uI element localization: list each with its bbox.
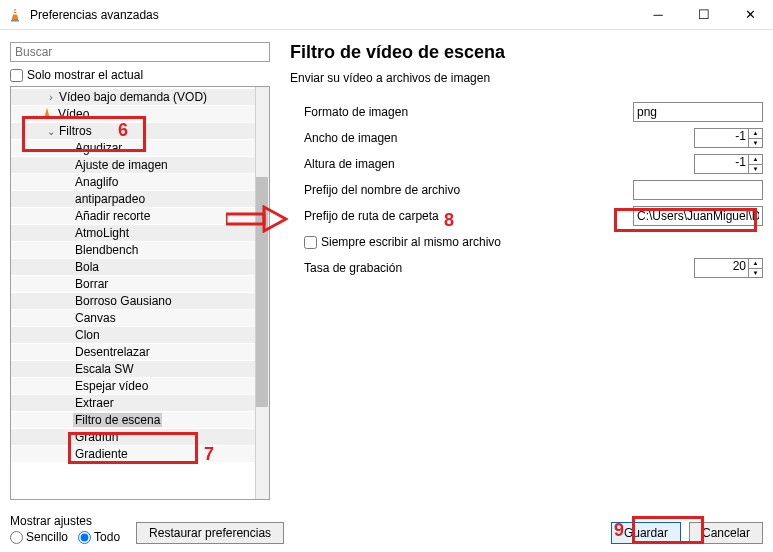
path-input[interactable] — [633, 206, 763, 226]
fname-input[interactable] — [633, 180, 763, 200]
window-title: Preferencias avanzadas — [30, 8, 635, 22]
radio-simple[interactable]: Sencillo — [10, 530, 68, 544]
tree-item[interactable]: Filtro de escena — [11, 412, 269, 429]
svg-rect-2 — [14, 10, 17, 11]
save-button[interactable]: Guardar — [611, 522, 681, 544]
always-label: Siempre escribir al mismo archivo — [321, 235, 501, 249]
panel-subheading: Enviar su vídeo a archivos de imagen — [290, 71, 763, 85]
tree-item[interactable]: ⌄Vídeo — [11, 106, 269, 123]
tree-item[interactable]: ⌄Filtros — [11, 123, 269, 140]
height-input[interactable]: -1 — [694, 154, 749, 174]
tree-item-label: Filtros — [57, 124, 92, 138]
search-input[interactable] — [10, 42, 270, 62]
cancel-button[interactable]: Cancelar — [689, 522, 763, 544]
tree-item[interactable]: Bola — [11, 259, 269, 276]
tree-item[interactable]: AtmoLight — [11, 225, 269, 242]
tree-item-label: Gradiente — [73, 447, 128, 461]
tree-item-label: antiparpadeo — [73, 192, 145, 206]
path-label: Prefijo de ruta de carpeta — [304, 209, 633, 223]
tree-item[interactable]: Canvas — [11, 310, 269, 327]
rate-spinner[interactable]: ▲▼ — [749, 258, 763, 278]
fname-label: Prefijo del nombre de archivo — [304, 183, 633, 197]
svg-rect-5 — [44, 117, 51, 118]
maximize-button[interactable]: ☐ — [681, 0, 727, 30]
svg-marker-4 — [44, 107, 49, 116]
height-spinner[interactable]: ▲▼ — [749, 154, 763, 174]
tree-item[interactable]: Borroso Gausiano — [11, 293, 269, 310]
show-settings-label: Mostrar ajustes — [10, 514, 126, 528]
reset-button[interactable]: Restaurar preferencias — [136, 522, 284, 544]
svg-rect-3 — [11, 20, 19, 22]
width-label: Ancho de imagen — [304, 131, 694, 145]
svg-rect-1 — [13, 13, 17, 15]
tree-item[interactable]: Anaglifo — [11, 174, 269, 191]
tree-item[interactable]: Desentrelazar — [11, 344, 269, 361]
tree-item[interactable]: Ajuste de imagen — [11, 157, 269, 174]
width-input[interactable]: -1 — [694, 128, 749, 148]
tree-item-label: Anaglifo — [73, 175, 118, 189]
tree-item[interactable]: Clon — [11, 327, 269, 344]
always-checkbox[interactable] — [304, 236, 317, 249]
tree-item-label: Vídeo — [56, 107, 89, 121]
tree-item-label: Clon — [73, 328, 100, 342]
height-label: Altura de imagen — [304, 157, 694, 171]
tree-item[interactable]: antiparpadeo — [11, 191, 269, 208]
width-spinner[interactable]: ▲▼ — [749, 128, 763, 148]
tree-item[interactable]: Agudizar — [11, 140, 269, 157]
format-input[interactable] — [633, 102, 763, 122]
vlc-icon — [41, 107, 53, 122]
expand-icon[interactable]: ⌄ — [45, 126, 57, 137]
tree-item-label: Añadir recorte — [73, 209, 150, 223]
vlc-icon — [8, 7, 24, 23]
format-label: Formato de imagen — [304, 105, 633, 119]
tree-item-label: AtmoLight — [73, 226, 129, 240]
tree-item-label: Gradfun — [73, 430, 118, 444]
tree-item[interactable]: Gradiente — [11, 446, 269, 463]
tree-item-label: Agudizar — [73, 141, 122, 155]
tree-item[interactable]: Gradfun — [11, 429, 269, 446]
tree-item[interactable]: ›Vídeo bajo demanda (VOD) — [11, 89, 269, 106]
tree-item-label: Ajuste de imagen — [73, 158, 168, 172]
tree-view[interactable]: ›Vídeo bajo demanda (VOD)⌄Vídeo⌄FiltrosA… — [10, 86, 270, 500]
tree-item-label: Bola — [73, 260, 99, 274]
tree-item[interactable]: Espejar vídeo — [11, 378, 269, 395]
panel-heading: Filtro de vídeo de escena — [290, 42, 763, 63]
tree-item-label: Desentrelazar — [73, 345, 150, 359]
only-current-checkbox[interactable] — [10, 69, 23, 82]
expand-icon[interactable]: ⌄ — [29, 109, 41, 120]
tree-item[interactable]: Añadir recorte — [11, 208, 269, 225]
expand-icon[interactable]: › — [45, 92, 57, 103]
tree-item[interactable]: Borrar — [11, 276, 269, 293]
minimize-button[interactable]: ─ — [635, 0, 681, 30]
close-button[interactable]: ✕ — [727, 0, 773, 30]
tree-item[interactable]: Blendbench — [11, 242, 269, 259]
tree-item-label: Escala SW — [73, 362, 134, 376]
rate-label: Tasa de grabación — [304, 261, 694, 275]
tree-item-label: Borrar — [73, 277, 108, 291]
tree-item-label: Espejar vídeo — [73, 379, 148, 393]
tree-item-label: Vídeo bajo demanda (VOD) — [57, 90, 207, 104]
tree-item-label: Blendbench — [73, 243, 138, 257]
tree-item-label: Filtro de escena — [73, 413, 162, 427]
tree-item[interactable]: Escala SW — [11, 361, 269, 378]
tree-item-label: Canvas — [73, 311, 116, 325]
radio-all[interactable]: Todo — [78, 530, 120, 544]
tree-item[interactable]: Extraer — [11, 395, 269, 412]
rate-input[interactable]: 20 — [694, 258, 749, 278]
tree-item-label: Extraer — [73, 396, 114, 410]
tree-item-label: Borroso Gausiano — [73, 294, 172, 308]
only-current-label: Solo mostrar el actual — [27, 68, 143, 82]
titlebar: Preferencias avanzadas ─ ☐ ✕ — [0, 0, 773, 30]
tree-scrollbar[interactable] — [255, 87, 269, 499]
